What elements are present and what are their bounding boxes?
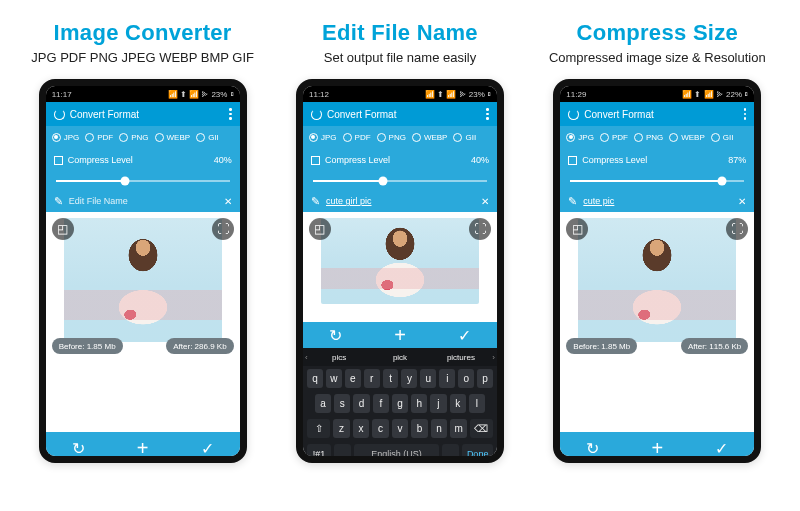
key-x[interactable]: x bbox=[353, 419, 370, 438]
key-f[interactable]: f bbox=[373, 394, 389, 413]
bottom-bar bbox=[560, 432, 754, 463]
format-webp[interactable]: WEBP bbox=[667, 133, 707, 142]
fullscreen-button[interactable]: ⛶ bbox=[726, 218, 748, 240]
compress-row: Compress Level 40% bbox=[303, 148, 497, 172]
history-button[interactable] bbox=[586, 439, 599, 458]
phone-frame: 11:12 📶 ⬆ 📶 ⫸ 23% ▯ Convert Format JPG P… bbox=[296, 79, 504, 463]
key-m[interactable]: m bbox=[450, 419, 467, 438]
slider-thumb[interactable] bbox=[717, 177, 726, 186]
key-period[interactable]: . bbox=[442, 444, 459, 463]
key-k[interactable]: k bbox=[450, 394, 466, 413]
format-png[interactable]: PNG bbox=[632, 133, 665, 142]
key-shift[interactable]: ⇧ bbox=[307, 419, 330, 438]
filename-input[interactable]: cute pic bbox=[583, 196, 614, 206]
key-u[interactable]: u bbox=[420, 369, 436, 388]
key-d[interactable]: d bbox=[353, 394, 369, 413]
filename-input[interactable]: cute girl pic bbox=[326, 196, 372, 206]
clear-filename-button[interactable] bbox=[481, 196, 489, 207]
compress-label: Compress Level bbox=[68, 155, 133, 165]
key-z[interactable]: z bbox=[333, 419, 350, 438]
suggestion[interactable]: pick bbox=[371, 353, 430, 362]
status-time: 11:12 bbox=[309, 90, 329, 99]
key-o[interactable]: o bbox=[458, 369, 474, 388]
format-pdf[interactable]: PDF bbox=[341, 133, 373, 142]
sugg-next[interactable]: › bbox=[492, 353, 495, 362]
suggestion[interactable]: pics bbox=[310, 353, 369, 362]
format-gif[interactable]: GII bbox=[194, 133, 221, 142]
compress-label: Compress Level bbox=[325, 155, 390, 165]
add-button[interactable] bbox=[651, 437, 663, 460]
key-w[interactable]: w bbox=[326, 369, 342, 388]
filename-input[interactable]: Edit File Name bbox=[69, 196, 128, 206]
confirm-button[interactable] bbox=[458, 326, 471, 345]
panel-subtitle: Compressed image size & Resolution bbox=[549, 50, 766, 65]
key-y[interactable]: y bbox=[401, 369, 417, 388]
compress-slider[interactable] bbox=[570, 180, 744, 182]
key-v[interactable]: v bbox=[392, 419, 409, 438]
format-jpg[interactable]: JPG bbox=[564, 133, 596, 142]
suggestion[interactable]: pictures bbox=[431, 353, 490, 362]
crop-button[interactable]: ◰ bbox=[52, 218, 74, 240]
key-done[interactable]: Done bbox=[462, 444, 493, 463]
bottom-bar bbox=[46, 432, 240, 463]
fullscreen-button[interactable]: ⛶ bbox=[469, 218, 491, 240]
sugg-prev[interactable]: ‹ bbox=[305, 353, 308, 362]
format-gif[interactable]: GII bbox=[451, 133, 478, 142]
key-j[interactable]: j bbox=[430, 394, 446, 413]
compress-slider[interactable] bbox=[56, 180, 230, 182]
history-button[interactable] bbox=[329, 326, 342, 345]
format-webp[interactable]: WEBP bbox=[153, 133, 193, 142]
key-q[interactable]: q bbox=[307, 369, 323, 388]
compress-slider[interactable] bbox=[313, 180, 487, 182]
app-bar: Convert Format bbox=[560, 102, 754, 126]
empty-space bbox=[560, 360, 754, 432]
key-space[interactable]: English (US) bbox=[354, 444, 439, 463]
key-s[interactable]: s bbox=[334, 394, 350, 413]
key-b[interactable]: b bbox=[411, 419, 428, 438]
key-l[interactable]: l bbox=[469, 394, 485, 413]
key-backspace[interactable]: ⌫ bbox=[470, 419, 493, 438]
clear-filename-button[interactable] bbox=[224, 196, 232, 207]
panel-title: Image Converter bbox=[54, 20, 232, 46]
image-size-icon bbox=[311, 156, 320, 165]
format-png[interactable]: PNG bbox=[375, 133, 408, 142]
crop-button[interactable]: ◰ bbox=[309, 218, 331, 240]
empty-space bbox=[46, 360, 240, 432]
key-h[interactable]: h bbox=[411, 394, 427, 413]
key-e[interactable]: e bbox=[345, 369, 361, 388]
compress-value: 40% bbox=[471, 155, 489, 165]
format-webp[interactable]: WEBP bbox=[410, 133, 450, 142]
panel-compress-size: Compress Size Compressed image size & Re… bbox=[535, 20, 779, 463]
confirm-button[interactable] bbox=[201, 439, 214, 458]
overflow-menu-icon[interactable] bbox=[229, 108, 232, 120]
slider-thumb[interactable] bbox=[378, 177, 387, 186]
format-png[interactable]: PNG bbox=[117, 133, 150, 142]
format-jpg[interactable]: JPG bbox=[50, 133, 82, 142]
overflow-menu-icon[interactable] bbox=[744, 108, 747, 120]
format-pdf[interactable]: PDF bbox=[83, 133, 115, 142]
app-title: Convert Format bbox=[584, 109, 653, 120]
history-button[interactable] bbox=[72, 439, 85, 458]
app-bar: Convert Format bbox=[46, 102, 240, 126]
add-button[interactable] bbox=[394, 324, 406, 347]
overflow-menu-icon[interactable] bbox=[486, 108, 489, 120]
key-a[interactable]: a bbox=[315, 394, 331, 413]
format-pdf[interactable]: PDF bbox=[598, 133, 630, 142]
key-i[interactable]: i bbox=[439, 369, 455, 388]
clear-filename-button[interactable] bbox=[738, 196, 746, 207]
format-jpg[interactable]: JPG bbox=[307, 133, 339, 142]
fullscreen-button[interactable]: ⛶ bbox=[212, 218, 234, 240]
key-comma[interactable]: , bbox=[334, 444, 351, 463]
key-numsym[interactable]: !#1 bbox=[307, 444, 331, 463]
key-g[interactable]: g bbox=[392, 394, 408, 413]
key-c[interactable]: c bbox=[372, 419, 389, 438]
key-p[interactable]: p bbox=[477, 369, 493, 388]
key-n[interactable]: n bbox=[431, 419, 448, 438]
add-button[interactable] bbox=[137, 437, 149, 460]
key-r[interactable]: r bbox=[364, 369, 380, 388]
format-gif[interactable]: GII bbox=[709, 133, 736, 142]
confirm-button[interactable] bbox=[715, 439, 728, 458]
key-t[interactable]: t bbox=[383, 369, 399, 388]
size-after-badge: After: 286.9 Kb bbox=[166, 338, 233, 354]
slider-thumb[interactable] bbox=[121, 177, 130, 186]
